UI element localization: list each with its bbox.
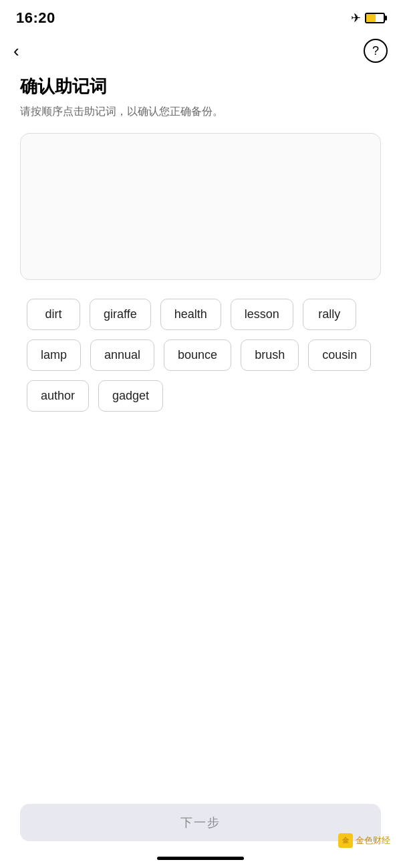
status-time: 16:20 (16, 9, 55, 27)
status-bar: 16:20 ✈ (0, 0, 401, 33)
watermark-icon-text: 金 (342, 836, 349, 845)
page-title: 确认助记词 (20, 75, 381, 98)
word-button-lesson[interactable]: lesson (231, 299, 293, 330)
word-button-dirt[interactable]: dirt (27, 299, 80, 330)
word-button-author[interactable]: author (27, 380, 89, 412)
help-icon: ? (372, 44, 379, 58)
page-content: 确认助记词 请按顺序点击助记词，以确认您正确备份。 dirtgiraffehea… (0, 68, 401, 412)
help-button[interactable]: ? (364, 39, 388, 63)
word-button-gadget[interactable]: gadget (98, 380, 163, 412)
home-indicator (157, 857, 244, 860)
word-button-giraffe[interactable]: giraffe (90, 299, 151, 330)
mnemonic-display-area (20, 133, 381, 280)
watermark-icon: 金 (338, 833, 353, 848)
nav-bar: ‹ ? (0, 33, 401, 68)
battery-fill (366, 14, 376, 22)
words-grid: dirtgiraffehealthlessonrallylampannualbo… (20, 299, 381, 412)
word-button-annual[interactable]: annual (90, 339, 154, 371)
word-button-health[interactable]: health (160, 299, 221, 330)
word-button-rally[interactable]: rally (303, 299, 356, 330)
battery-icon (365, 13, 385, 23)
status-icons: ✈ (351, 11, 385, 25)
word-button-cousin[interactable]: cousin (308, 339, 371, 371)
word-button-brush[interactable]: brush (241, 339, 299, 371)
watermark-text: 金色财经 (356, 835, 390, 847)
word-button-bounce[interactable]: bounce (164, 339, 231, 371)
back-button[interactable]: ‹ (13, 42, 19, 59)
page-subtitle: 请按顺序点击助记词，以确认您正确备份。 (20, 104, 381, 120)
watermark: 金 金色财经 (338, 833, 390, 848)
next-button[interactable]: 下一步 (20, 804, 381, 841)
airplane-icon: ✈ (351, 11, 361, 25)
word-button-lamp[interactable]: lamp (27, 339, 81, 371)
